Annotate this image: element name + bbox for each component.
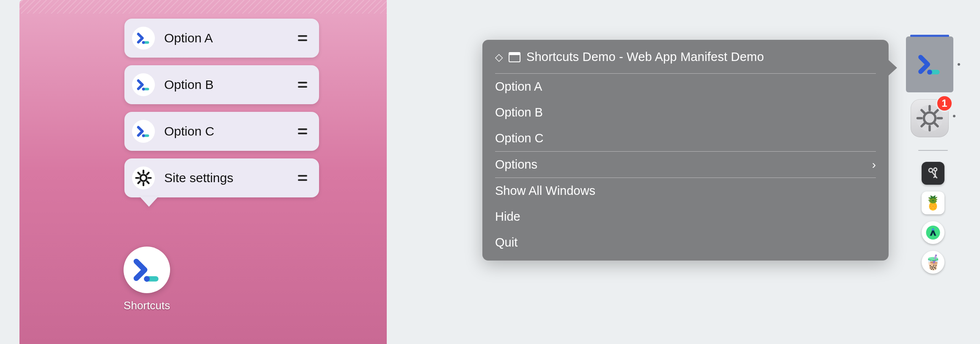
android-launcher-label: Shortcuts [124,299,170,312]
mac-dock-context-menu: ◇ Shortcuts Demo - Web App Manifest Demo… [482,40,889,261]
android-shortcut-option-a[interactable]: Option A [124,19,319,58]
shortcuts-logo-icon [132,120,155,143]
mac-shortcut-label: Option A [495,80,542,94]
drag-handle-icon[interactable] [295,171,310,185]
popup-pointer [140,197,158,207]
android-shortcut-option-b[interactable]: Option B [124,65,319,104]
gear-icon [132,166,155,189]
chevron-right-icon: › [872,159,876,171]
android-shortcuts-popup: Option A Option B Option C Site settings [124,19,319,197]
drag-handle-icon[interactable] [295,78,310,92]
android-shortcut-option-c[interactable]: Option C [124,112,319,151]
mac-shortcut-option-b[interactable]: Option B [482,100,889,125]
drag-handle-icon[interactable] [295,124,310,139]
android-homescreen-wallpaper: Option A Option B Option C Site settings [19,0,387,344]
running-indicator-dot [953,115,955,117]
window-icon [509,52,520,62]
running-indicator-dot [958,63,960,66]
mac-shortcut-label: Option C [495,131,543,145]
mac-hide-label: Hide [495,210,520,224]
dock-app-keychain-access[interactable] [922,162,944,185]
android-launcher-app[interactable]: Shortcuts [124,247,170,312]
android-shortcut-label: Option A [164,31,295,45]
mac-show-all-windows[interactable]: Show All Windows [482,178,889,204]
mac-hide[interactable]: Hide [482,204,889,230]
android-shortcut-label: Option B [164,78,295,92]
drink-icon: 🧋 [924,255,942,269]
mac-show-all-windows-label: Show All Windows [495,184,595,198]
dock-divider [918,150,948,151]
android-site-settings[interactable]: Site settings [124,158,319,197]
dock-app-shortcuts-demo[interactable] [906,36,953,92]
mac-shortcut-option-a[interactable]: Option A [482,74,889,100]
shortcuts-logo-icon [124,247,170,293]
mac-options-label: Options [495,158,537,172]
mac-quit[interactable]: Quit [482,230,889,255]
notification-badge: 1 [936,95,953,112]
android-shortcut-label: Option C [164,124,295,139]
mac-options-submenu[interactable]: Options › [482,152,889,178]
mac-menu-title: Shortcuts Demo - Web App Manifest Demo [526,50,764,64]
mac-shortcut-option-c[interactable]: Option C [482,125,889,151]
android-site-settings-label: Site settings [164,171,295,185]
mac-quit-label: Quit [495,236,518,250]
diamond-icon: ◇ [495,52,503,62]
shortcuts-logo-icon [132,27,155,50]
dock-app-system-settings[interactable]: 1 [911,99,949,137]
mac-dock: 1 🍍 🧋 [906,36,961,308]
drag-handle-icon[interactable] [295,31,310,45]
dock-app-android-studio[interactable] [922,221,944,244]
dock-app-handbrake[interactable]: 🍍 [922,191,944,214]
dock-app-generic[interactable]: 🧋 [922,251,944,274]
pineapple-icon: 🍍 [925,196,941,210]
mac-menu-header[interactable]: ◇ Shortcuts Demo - Web App Manifest Demo [482,44,889,73]
mac-shortcut-label: Option B [495,105,543,119]
shortcuts-logo-icon [132,73,155,96]
